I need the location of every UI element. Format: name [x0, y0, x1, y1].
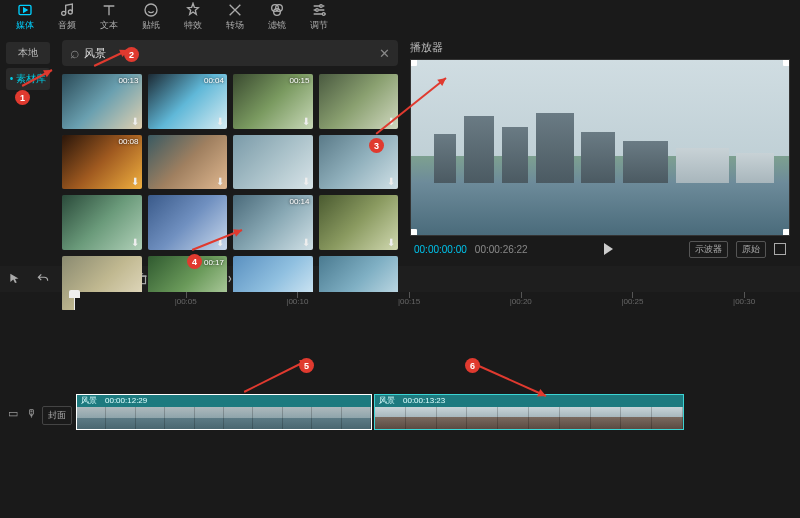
download-icon[interactable]: ⬇	[216, 237, 224, 248]
track-mute-icon[interactable]: 🎙	[26, 407, 37, 419]
scope-button[interactable]: 示波器	[689, 241, 728, 258]
thumb-duration: 00:13	[118, 76, 138, 85]
timeline-clip[interactable]: 风景 00:00:12:29	[76, 394, 372, 430]
search-input[interactable]	[84, 47, 379, 59]
timeline-clip[interactable]: 风景 00:00:13:23	[374, 394, 684, 430]
tool-undo[interactable]	[36, 272, 50, 286]
tool-pointer[interactable]	[8, 272, 22, 286]
rail-library-label: 素材库	[16, 73, 46, 84]
search-clear-icon[interactable]: ✕	[379, 46, 390, 61]
ruler-label: |00:10	[286, 297, 308, 306]
timeline-ruler[interactable]: |00:05|00:10|00:15|00:20|00:25|00:30	[74, 292, 800, 310]
track-gutter: ▭ 🎙 封面	[0, 310, 74, 518]
download-icon[interactable]: ⬇	[387, 176, 395, 187]
tab-audio[interactable]: 音频	[46, 0, 88, 34]
thumb-duration: 00:15	[289, 76, 309, 85]
player-control-bar: 00:00:00:00 00:00:26:22 示波器 原始	[410, 236, 790, 262]
tab-label: 文本	[100, 19, 118, 32]
media-panel: ⌕ ✕ 00:13⬇00:04⬇00:15⬇⬇00:08⬇⬇⬇⬇⬇⬇00:14⬇…	[56, 34, 404, 266]
tab-filter[interactable]: 滤镜	[256, 0, 298, 34]
media-thumbnail-grid: 00:13⬇00:04⬇00:15⬇⬇00:08⬇⬇⬇⬇⬇⬇00:14⬇⬇⬇00…	[62, 74, 398, 311]
tab-media[interactable]: 媒体	[4, 0, 46, 34]
rail-material-library[interactable]: • 素材库	[6, 68, 50, 90]
fullscreen-icon[interactable]	[774, 243, 786, 255]
tab-transition[interactable]: 转场	[214, 0, 256, 34]
download-icon[interactable]: ⬇	[302, 176, 310, 187]
thumb-duration: 00:14	[289, 197, 309, 206]
search-icon: ⌕	[70, 44, 80, 62]
original-button[interactable]: 原始	[736, 241, 766, 258]
media-thumb[interactable]: 00:08⬇	[62, 135, 142, 190]
ruler-label: |00:30	[733, 297, 755, 306]
player-title: 播放器	[410, 40, 790, 59]
track-lock-icon[interactable]: ▭	[8, 407, 18, 420]
thumb-duration: 00:17	[204, 258, 224, 267]
download-icon[interactable]: ⬇	[131, 116, 139, 127]
tab-sticker[interactable]: 贴纸	[130, 0, 172, 34]
timecode-current: 00:00:00:00	[414, 244, 467, 255]
transform-handle-tr[interactable]	[783, 59, 790, 66]
media-thumb[interactable]: ⬇	[319, 74, 399, 129]
library-rail: 本地 • 素材库	[0, 34, 56, 266]
preview-frame-buildings	[411, 113, 789, 183]
ruler-label: |00:20	[510, 297, 532, 306]
media-thumb[interactable]: 00:14⬇	[233, 195, 313, 250]
search-bar: ⌕ ✕	[62, 40, 398, 66]
download-icon[interactable]: ⬇	[216, 116, 224, 127]
media-thumb[interactable]: ⬇	[148, 135, 228, 190]
player-panel: 播放器 00:00:00:00 00:00:26:22	[404, 34, 800, 266]
download-icon[interactable]: ⬇	[302, 237, 310, 248]
tab-label: 转场	[226, 19, 244, 32]
svg-point-9	[322, 13, 325, 16]
svg-point-6	[274, 9, 281, 16]
playhead[interactable]	[74, 292, 75, 310]
thumb-duration: 00:04	[204, 76, 224, 85]
rail-local[interactable]: 本地	[6, 42, 50, 64]
media-thumb[interactable]: 00:13⬇	[62, 74, 142, 129]
top-tab-bar: 媒体音频文本贴纸特效转场滤镜调节	[0, 0, 800, 34]
download-icon[interactable]: ⬇	[131, 176, 139, 187]
svg-point-3	[145, 4, 157, 16]
tab-label: 调节	[310, 19, 328, 32]
media-thumb[interactable]: 00:04⬇	[148, 74, 228, 129]
tab-text[interactable]: 文本	[88, 0, 130, 34]
media-thumb[interactable]: 00:15⬇	[233, 74, 313, 129]
svg-point-8	[316, 9, 319, 12]
media-thumb[interactable]: ⬇	[319, 135, 399, 190]
tab-effect[interactable]: 特效	[172, 0, 214, 34]
download-icon[interactable]: ⬇	[387, 237, 395, 248]
transform-handle-bl[interactable]	[410, 229, 417, 236]
download-icon[interactable]: ⬇	[131, 237, 139, 248]
svg-point-7	[320, 5, 323, 8]
download-icon[interactable]: ⬇	[216, 176, 224, 187]
tab-label: 特效	[184, 19, 202, 32]
tab-adjust[interactable]: 调节	[298, 0, 340, 34]
cover-button[interactable]: 封面	[42, 406, 72, 425]
clip-header: 风景 00:00:13:23	[375, 395, 683, 407]
player-viewport[interactable]	[410, 59, 790, 236]
thumb-duration: 00:08	[118, 137, 138, 146]
tab-label: 媒体	[16, 19, 34, 32]
media-thumb[interactable]: ⬇	[62, 195, 142, 250]
tab-label: 贴纸	[142, 19, 160, 32]
download-icon[interactable]: ⬇	[302, 116, 310, 127]
media-thumb[interactable]: ⬇	[233, 135, 313, 190]
media-thumb[interactable]: ⬇	[148, 195, 228, 250]
transform-handle-tl[interactable]	[410, 59, 417, 66]
timecode-duration: 00:00:26:22	[475, 244, 528, 255]
transform-handle-br[interactable]	[783, 229, 790, 236]
download-icon[interactable]: ⬇	[387, 116, 395, 127]
ruler-label: |00:25	[621, 297, 643, 306]
media-thumb[interactable]: ⬇	[319, 195, 399, 250]
ruler-label: |00:05	[175, 297, 197, 306]
tab-label: 滤镜	[268, 19, 286, 32]
clip-header: 风景 00:00:12:29	[77, 395, 371, 407]
timeline-tracks[interactable]: ▭ 🎙 封面 风景 00:00:12:29风景 00:00:13:23	[0, 310, 800, 518]
play-button[interactable]	[604, 243, 613, 255]
ruler-label: |00:15	[398, 297, 420, 306]
tab-label: 音频	[58, 19, 76, 32]
